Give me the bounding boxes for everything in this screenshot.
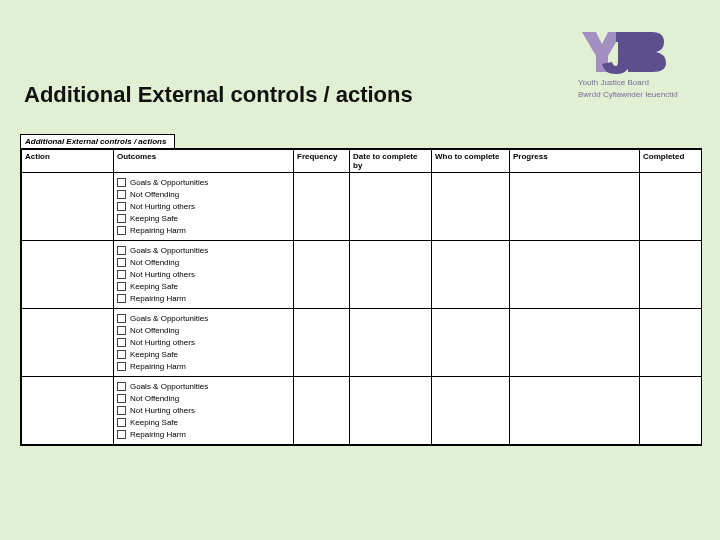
checkbox-icon[interactable] bbox=[117, 294, 126, 303]
cell-completed[interactable] bbox=[640, 377, 702, 445]
cell-outcomes: Goals & OpportunitiesNot OffendingNot Hu… bbox=[114, 241, 294, 309]
cell-outcomes: Goals & OpportunitiesNot OffendingNot Hu… bbox=[114, 173, 294, 241]
cell-action[interactable] bbox=[22, 241, 114, 309]
checkbox-icon[interactable] bbox=[117, 362, 126, 371]
outcome-label: Repairing Harm bbox=[130, 225, 186, 236]
outcome-label: Repairing Harm bbox=[130, 361, 186, 372]
cell-progress[interactable] bbox=[510, 309, 640, 377]
outcome-label: Not Offending bbox=[130, 325, 179, 336]
col-date: Date to complete by bbox=[350, 150, 432, 173]
cell-progress[interactable] bbox=[510, 377, 640, 445]
outcome-label: Not Hurting others bbox=[130, 337, 195, 348]
checkbox-icon[interactable] bbox=[117, 190, 126, 199]
checkbox-icon[interactable] bbox=[117, 326, 126, 335]
outcome-option: Not Offending bbox=[117, 325, 290, 336]
outcome-option: Keeping Safe bbox=[117, 349, 290, 360]
cell-date[interactable] bbox=[350, 309, 432, 377]
outcome-option: Not Offending bbox=[117, 393, 290, 404]
outcome-option: Goals & Opportunities bbox=[117, 313, 290, 324]
table-row: Goals & OpportunitiesNot OffendingNot Hu… bbox=[22, 241, 702, 309]
checkbox-icon[interactable] bbox=[117, 418, 126, 427]
cell-who[interactable] bbox=[432, 241, 510, 309]
outcome-label: Keeping Safe bbox=[130, 417, 178, 428]
outcome-option: Goals & Opportunities bbox=[117, 245, 290, 256]
outcome-label: Keeping Safe bbox=[130, 213, 178, 224]
checkbox-icon[interactable] bbox=[117, 270, 126, 279]
outcome-label: Repairing Harm bbox=[130, 293, 186, 304]
outcome-option: Not Hurting others bbox=[117, 269, 290, 280]
cell-who[interactable] bbox=[432, 309, 510, 377]
cell-action[interactable] bbox=[22, 309, 114, 377]
outcome-option: Not Hurting others bbox=[117, 337, 290, 348]
outcome-label: Not Hurting others bbox=[130, 201, 195, 212]
checkbox-icon[interactable] bbox=[117, 226, 126, 235]
outcome-label: Keeping Safe bbox=[130, 281, 178, 292]
cell-date[interactable] bbox=[350, 241, 432, 309]
cell-date[interactable] bbox=[350, 173, 432, 241]
col-completed: Completed bbox=[640, 150, 702, 173]
checkbox-icon[interactable] bbox=[117, 246, 126, 255]
cell-frequency[interactable] bbox=[294, 173, 350, 241]
page-title: Additional External controls / actions bbox=[24, 82, 413, 108]
cell-outcomes: Goals & OpportunitiesNot OffendingNot Hu… bbox=[114, 309, 294, 377]
outcome-option: Repairing Harm bbox=[117, 429, 290, 440]
col-outcomes: Outcomes bbox=[114, 150, 294, 173]
checkbox-icon[interactable] bbox=[117, 178, 126, 187]
outcome-label: Goals & Opportunities bbox=[130, 313, 208, 324]
cell-frequency[interactable] bbox=[294, 241, 350, 309]
table-header-row: Action Outcomes Frequency Date to comple… bbox=[22, 150, 702, 173]
cell-completed[interactable] bbox=[640, 309, 702, 377]
outcome-option: Keeping Safe bbox=[117, 417, 290, 428]
cell-outcomes: Goals & OpportunitiesNot OffendingNot Hu… bbox=[114, 377, 294, 445]
outcome-option: Not Hurting others bbox=[117, 405, 290, 416]
outcome-label: Not Offending bbox=[130, 393, 179, 404]
checkbox-icon[interactable] bbox=[117, 338, 126, 347]
table-row: Goals & OpportunitiesNot OffendingNot Hu… bbox=[22, 309, 702, 377]
outcome-label: Not Offending bbox=[130, 257, 179, 268]
outcome-option: Keeping Safe bbox=[117, 213, 290, 224]
outcome-option: Repairing Harm bbox=[117, 225, 290, 236]
brand-name-cy: Bwrdd Cyfiawnder Ieuenctid bbox=[578, 90, 698, 100]
cell-who[interactable] bbox=[432, 173, 510, 241]
checkbox-icon[interactable] bbox=[117, 314, 126, 323]
cell-who[interactable] bbox=[432, 377, 510, 445]
table-row: Goals & OpportunitiesNot OffendingNot Hu… bbox=[22, 173, 702, 241]
outcome-label: Goals & Opportunities bbox=[130, 245, 208, 256]
outcome-option: Repairing Harm bbox=[117, 293, 290, 304]
outcome-option: Not Offending bbox=[117, 189, 290, 200]
cell-progress[interactable] bbox=[510, 241, 640, 309]
checkbox-icon[interactable] bbox=[117, 350, 126, 359]
section-heading: Additional External controls / actions bbox=[20, 134, 175, 148]
cell-action[interactable] bbox=[22, 377, 114, 445]
brand-name-en: Youth Justice Board bbox=[578, 78, 698, 88]
outcome-label: Keeping Safe bbox=[130, 349, 178, 360]
cell-progress[interactable] bbox=[510, 173, 640, 241]
outcome-option: Goals & Opportunities bbox=[117, 177, 290, 188]
checkbox-icon[interactable] bbox=[117, 394, 126, 403]
outcome-label: Goals & Opportunities bbox=[130, 177, 208, 188]
outcome-option: Not Offending bbox=[117, 257, 290, 268]
outcome-label: Repairing Harm bbox=[130, 429, 186, 440]
outcome-label: Not Hurting others bbox=[130, 269, 195, 280]
col-progress: Progress bbox=[510, 150, 640, 173]
outcome-label: Not Hurting others bbox=[130, 405, 195, 416]
cell-date[interactable] bbox=[350, 377, 432, 445]
brand-logo: Youth Justice Board Bwrdd Cyfiawnder Ieu… bbox=[578, 32, 698, 102]
checkbox-icon[interactable] bbox=[117, 214, 126, 223]
checkbox-icon[interactable] bbox=[117, 382, 126, 391]
outcome-option: Not Hurting others bbox=[117, 201, 290, 212]
checkbox-icon[interactable] bbox=[117, 406, 126, 415]
cell-frequency[interactable] bbox=[294, 377, 350, 445]
checkbox-icon[interactable] bbox=[117, 202, 126, 211]
cell-completed[interactable] bbox=[640, 173, 702, 241]
outcome-label: Goals & Opportunities bbox=[130, 381, 208, 392]
external-controls-form: Additional External controls / actions A… bbox=[20, 148, 702, 446]
cell-completed[interactable] bbox=[640, 241, 702, 309]
cell-frequency[interactable] bbox=[294, 309, 350, 377]
cell-action[interactable] bbox=[22, 173, 114, 241]
yjb-logo-icon bbox=[578, 32, 698, 76]
checkbox-icon[interactable] bbox=[117, 282, 126, 291]
checkbox-icon[interactable] bbox=[117, 258, 126, 267]
checkbox-icon[interactable] bbox=[117, 430, 126, 439]
outcome-option: Repairing Harm bbox=[117, 361, 290, 372]
